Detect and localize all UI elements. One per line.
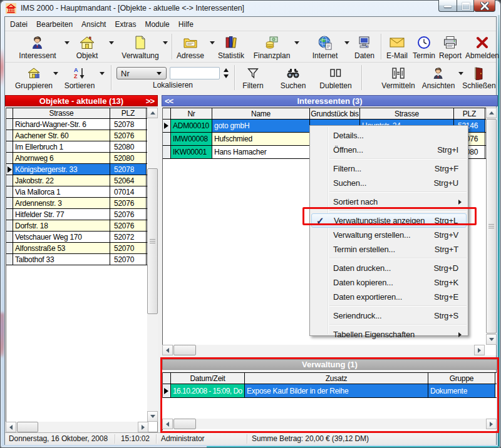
dropdown-arrow-icon[interactable]	[294, 41, 299, 44]
toolbar-button-abmelden[interactable]: Abmelden	[464, 31, 500, 62]
scroll-right-button[interactable]	[474, 345, 485, 355]
cell[interactable]: 52072	[110, 232, 147, 242]
toolbar-button-objekt[interactable]: Objekt	[70, 31, 105, 62]
cell[interactable]: Hans Hamacher	[212, 146, 310, 158]
cell[interactable]: Hitfelder Str. 77	[13, 209, 110, 220]
cell[interactable]: Dorfstr. 18	[13, 220, 110, 231]
cell[interactable]: Alfonsstraße 53	[13, 243, 110, 253]
cell[interactable]: ADM00010	[171, 120, 212, 132]
cell[interactable]: 52076	[110, 220, 147, 231]
menu-item-daten-exportieren[interactable]: Daten exportieren...Strg+E	[311, 290, 467, 304]
toolbar-button-internet[interactable]: Internet	[309, 31, 341, 62]
menu-item-tabellen-eigenschaften[interactable]: Tabellen Eigenschaften	[311, 327, 467, 342]
minimize-button[interactable]	[438, 0, 457, 12]
table-row[interactable]: Vetschauer Weg 17052072	[6, 232, 157, 243]
toolbar-button-termin[interactable]: Termin	[411, 31, 437, 62]
scroll-left-button[interactable]	[162, 345, 173, 355]
table-row[interactable]: Richard-Wagner-Str. 652078	[6, 119, 157, 130]
menu-item-details[interactable]: Details...	[311, 128, 467, 143]
menu-item-suchen[interactable]: Suchen...Strg+U	[311, 176, 467, 190]
localize-input[interactable]	[170, 67, 220, 79]
menu-item-filtern[interactable]: Filtern...Strg+F	[311, 161, 467, 176]
scroll-thumb[interactable]	[17, 422, 38, 432]
table-row[interactable]: Talbothof 3352070	[6, 254, 157, 265]
table-row[interactable]: Via Mallorca 107014	[6, 186, 157, 198]
toolbar-button-schliessen[interactable]: Schließen	[462, 63, 497, 93]
cell[interactable]: IMW00008	[171, 133, 212, 145]
table-row[interactable]: Hitfelder Str. 7752076	[6, 209, 157, 220]
cell[interactable]: IKW00001	[171, 146, 212, 158]
column-header-name[interactable]: Name	[212, 108, 310, 119]
menubar-item-extras[interactable]: Extras	[110, 19, 140, 30]
menu-item-verwaltung-erstellen[interactable]: Verwaltung erstellen...Strg+V	[311, 228, 467, 242]
collapse-right-icon[interactable]: >>	[146, 96, 154, 106]
cell[interactable]: Jakobstr. 22	[13, 175, 110, 186]
cell[interactable]: Talbothof 33	[13, 254, 110, 265]
left-table-vscrollbar[interactable]	[147, 108, 158, 422]
menu-item-seriendruck[interactable]: Seriendruck...Strg+S	[311, 308, 467, 323]
column-header-grundst-ck-bis[interactable]: Grundstück bis	[310, 108, 360, 119]
cell[interactable]: Ardennenstr. 3	[13, 198, 110, 208]
cell[interactable]: 07014	[110, 186, 147, 197]
toolbar-button-sortieren[interactable]: A Z Sortieren	[63, 63, 96, 93]
scroll-down-button[interactable]	[147, 411, 158, 422]
scroll-up-button[interactable]	[486, 108, 497, 118]
dropdown-arrow-icon[interactable]	[65, 41, 70, 44]
cell[interactable]: goto gmbH	[212, 120, 310, 132]
cell[interactable]: Hufschmied	[212, 133, 310, 145]
maximize-button[interactable]	[457, 0, 474, 12]
menubar-item-bearbeiten[interactable]: Bearbeiten	[32, 19, 77, 30]
left-table-hscrollbar[interactable]	[6, 422, 148, 432]
toolbar-button-verwaltung[interactable]: Verwaltung	[120, 31, 161, 62]
cell[interactable]: Vetschauer Weg 170	[13, 232, 110, 242]
menubar-item-hilfe[interactable]: Hilfe	[174, 19, 198, 30]
dropdown-arrow-icon[interactable]	[100, 72, 105, 75]
cell[interactable]: Richard-Wagner-Str. 6	[13, 119, 110, 130]
cell[interactable]: Im Ellerbruch 1	[13, 141, 110, 152]
scroll-up-button[interactable]	[147, 108, 158, 118]
right-panel-header[interactable]: << Interessenten (3)	[162, 95, 498, 106]
menu-item-öffnen[interactable]: Öffnen...Strg+I	[311, 143, 467, 157]
scroll-thumb[interactable]	[147, 168, 158, 314]
toolbar-button-filtern[interactable]: Filtern	[239, 63, 267, 93]
cell[interactable]: Aachener Str. 60	[13, 130, 110, 141]
toolbar-button-report[interactable]: Report	[437, 31, 463, 62]
column-header-nr[interactable]: Nr	[171, 108, 212, 119]
cell[interactable]: 52078	[110, 119, 147, 130]
table-row[interactable]: Alfonsstraße 5352070	[6, 243, 157, 254]
cell[interactable]: 52078	[110, 164, 147, 175]
menubar-item-datei[interactable]: Datei	[6, 19, 32, 30]
dropdown-arrow-icon[interactable]	[163, 41, 168, 44]
toolbar-button-finanzplan[interactable]: Finanzplan	[251, 31, 292, 62]
menubar-item-module[interactable]: Module	[140, 19, 173, 30]
right-table-vscrollbar[interactable]	[486, 108, 497, 345]
cell[interactable]: Königsbergerstr. 33	[13, 164, 110, 175]
localize-field-combo[interactable]: Nr	[116, 67, 167, 79]
scroll-down-button[interactable]	[486, 334, 497, 345]
toolbar-button-statistik[interactable]: Statistik	[215, 31, 247, 62]
cell[interactable]: 52076	[110, 130, 147, 141]
dropdown-arrow-icon[interactable]	[53, 72, 58, 75]
dropdown-arrow-icon[interactable]	[344, 41, 349, 44]
close-button[interactable]	[474, 0, 495, 12]
toolbar-button-suchen[interactable]: Suchen	[279, 63, 307, 93]
cell[interactable]: 52080	[110, 141, 147, 152]
scroll-thumb[interactable]	[486, 119, 497, 333]
menu-item-daten-drucken[interactable]: Daten drucken...Strg+D	[311, 261, 467, 275]
dropdown-arrow-icon[interactable]	[210, 41, 215, 44]
table-row[interactable]: Ardennenstr. 352076	[6, 198, 157, 209]
column-header-plz[interactable]: PLZ	[454, 108, 485, 119]
cell[interactable]: 52076	[110, 198, 147, 208]
spinner-up-icon[interactable]	[224, 68, 229, 72]
localize-spinner[interactable]	[222, 67, 230, 79]
scroll-right-button[interactable]	[138, 422, 148, 432]
cell[interactable]: 52070	[110, 254, 147, 265]
cell[interactable]: 52070	[110, 243, 147, 253]
menu-item-termin-erstellen[interactable]: Termin erstellen...Strg+T	[311, 242, 467, 257]
scroll-thumb[interactable]	[173, 345, 196, 355]
cell[interactable]: 52076	[110, 209, 147, 220]
left-panel-header[interactable]: Objekte - aktuelle (13) >>	[5, 95, 158, 106]
right-table-hscrollbar[interactable]	[162, 345, 485, 355]
menubar-item-ansicht[interactable]: Ansicht	[77, 19, 110, 30]
column-header-strasse[interactable]: Strasse	[13, 108, 110, 118]
